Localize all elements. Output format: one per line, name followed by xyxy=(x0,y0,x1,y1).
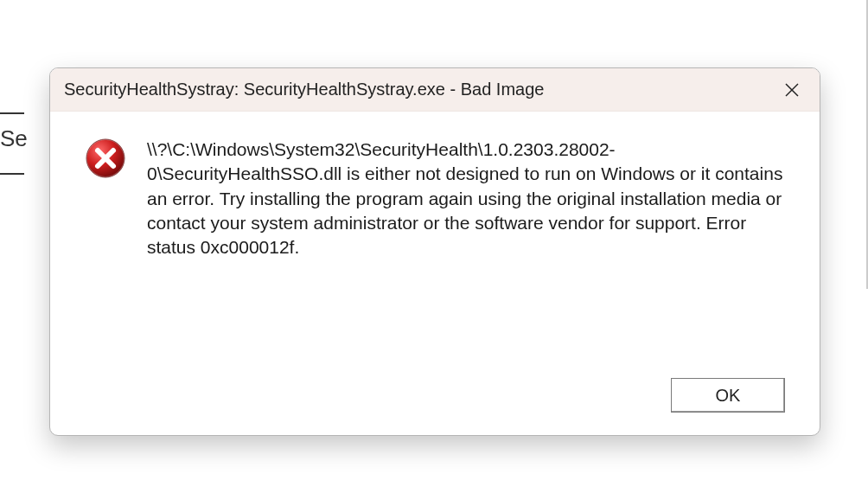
dialog-icon-wrap xyxy=(85,138,126,361)
background-divider-bottom xyxy=(0,173,24,175)
background-partial-text: Se xyxy=(0,125,28,152)
dialog-message: \\?\C:\Windows\System32\SecurityHealth\1… xyxy=(147,138,785,361)
close-icon xyxy=(785,83,799,97)
ok-button[interactable]: OK xyxy=(671,378,785,413)
background-divider-top xyxy=(0,112,24,114)
error-dialog: SecurityHealthSystray: SecurityHealthSys… xyxy=(49,67,820,436)
dialog-titlebar: SecurityHealthSystray: SecurityHealthSys… xyxy=(50,68,820,112)
close-button[interactable] xyxy=(775,73,809,107)
dialog-title: SecurityHealthSystray: SecurityHealthSys… xyxy=(64,80,775,99)
error-icon xyxy=(85,138,126,179)
dialog-button-row: OK xyxy=(50,378,820,435)
dialog-content: \\?\C:\Windows\System32\SecurityHealth\1… xyxy=(50,112,820,378)
